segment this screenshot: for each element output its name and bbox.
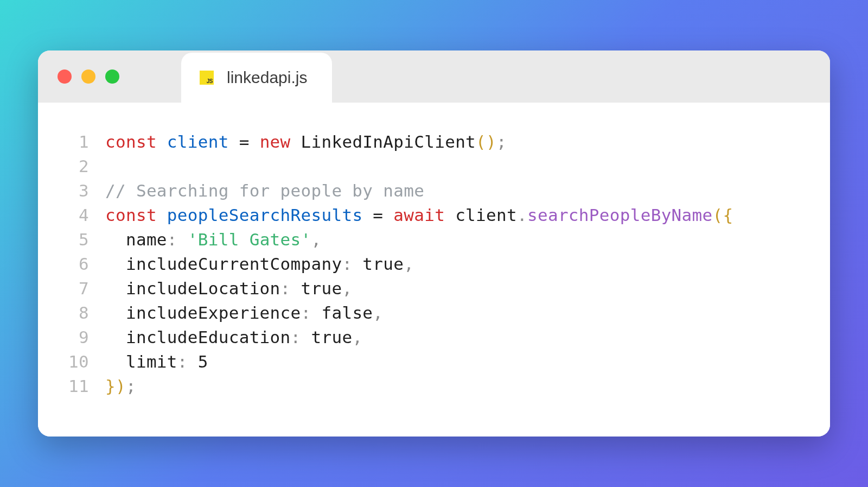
- code-line: 1 const client = new LinkedInApiClient()…: [51, 130, 817, 154]
- code-content: const peopleSearchResults = await client…: [105, 203, 733, 227]
- line-number: 1: [51, 130, 89, 154]
- line-number: 3: [51, 179, 89, 203]
- line-number: 10: [51, 350, 89, 374]
- line-number: 4: [51, 203, 89, 227]
- file-tab[interactable]: linkedapi.js: [181, 53, 332, 103]
- line-number: 8: [51, 301, 89, 325]
- code-line: 10 limit: 5: [51, 350, 817, 374]
- code-line: 6 includeCurrentCompany: true,: [51, 252, 817, 276]
- code-content: limit: 5: [105, 350, 208, 374]
- minimize-button[interactable]: [81, 69, 95, 84]
- js-file-icon: [200, 71, 214, 85]
- line-number: 2: [51, 154, 89, 179]
- code-content: includeEducation: true,: [105, 325, 362, 350]
- code-content: includeLocation: true,: [105, 276, 352, 301]
- line-number: 11: [51, 374, 89, 399]
- code-line: 4 const peopleSearchResults = await clie…: [51, 203, 817, 227]
- line-number: 6: [51, 252, 89, 276]
- line-number: 9: [51, 325, 89, 350]
- editor-window: linkedapi.js 1 const client = new Linked…: [38, 50, 830, 436]
- code-content: // Searching for people by name: [105, 179, 424, 203]
- maximize-button[interactable]: [105, 69, 119, 84]
- code-editor[interactable]: 1 const client = new LinkedInApiClient()…: [38, 103, 830, 436]
- code-line: 3 // Searching for people by name: [51, 179, 817, 203]
- line-number: 5: [51, 227, 89, 252]
- code-line: 9 includeEducation: true,: [51, 325, 817, 350]
- code-line: 7 includeLocation: true,: [51, 276, 817, 301]
- code-line: 2: [51, 154, 817, 179]
- tab-filename: linkedapi.js: [227, 68, 307, 87]
- title-bar: linkedapi.js: [38, 50, 830, 103]
- code-line: 8 includeExperience: false,: [51, 301, 817, 325]
- code-content: includeCurrentCompany: true,: [105, 252, 414, 276]
- code-content: name: 'Bill Gates',: [105, 227, 321, 252]
- code-line: 11 });: [51, 374, 817, 399]
- code-content: const client = new LinkedInApiClient();: [105, 130, 507, 154]
- code-content: includeExperience: false,: [105, 301, 383, 325]
- code-content: });: [105, 374, 136, 399]
- line-number: 7: [51, 276, 89, 301]
- close-button[interactable]: [58, 69, 72, 84]
- window-controls: [58, 69, 119, 84]
- code-line: 5 name: 'Bill Gates',: [51, 227, 817, 252]
